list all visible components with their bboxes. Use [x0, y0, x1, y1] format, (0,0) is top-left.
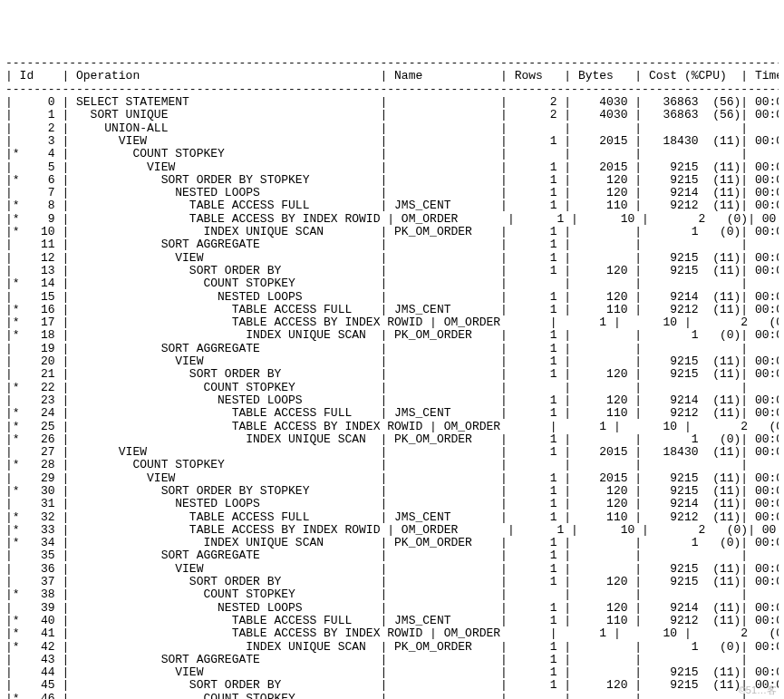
- execution-plan-table: ----------------------------------------…: [5, 57, 779, 699]
- watermark: ©51…客: [739, 684, 777, 695]
